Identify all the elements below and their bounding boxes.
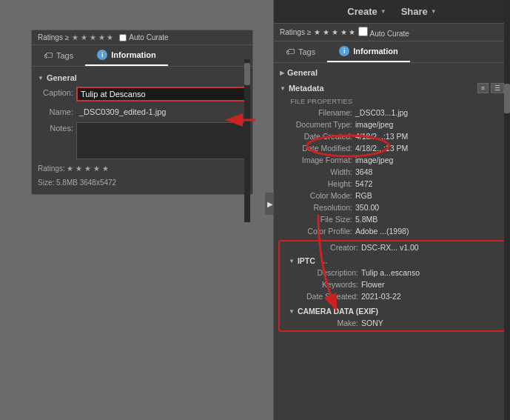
create-label: Create [347,6,377,17]
left-scroll-thumb[interactable] [244,63,250,85]
left-size-text: Size: 5.8MB 3648x5472 [38,179,116,187]
left-ratings-bar: Ratings ≥ ★ ★ ★ ★ ★ Auto Curate [32,30,252,45]
right-tab-information[interactable]: i Information [327,41,410,62]
right-general-triangle: ▶ [280,70,284,76]
left-notes-row: Notes: [32,120,252,161]
meta-label-filename: Filename: [286,108,352,117]
tag-icon: 🏷 [44,50,53,61]
meta-label-creator: Creator: [292,243,358,252]
meta-row-filesize: File Size: 5.8MB [274,213,510,225]
meta-row-doctype: Document Type: image/jpeg [274,119,510,130]
left-auto-curate-text: Auto Curate [129,33,168,41]
create-button[interactable]: Create ▼ [347,6,386,17]
right-auto-curate-label[interactable]: Auto Curate [358,27,409,38]
right-general-label: General [287,68,318,77]
right-general-header: ▶ General [274,66,510,79]
share-button[interactable]: Share ▼ [401,6,437,17]
meta-row-datecreated: Date Created: 4/18/2...:13 PM [274,130,510,142]
right-tab-information-label: Information [353,47,398,56]
right-header: Create ▼ Share ▼ [274,0,510,24]
iptc-section: ▼ IPTC ... Description: Tulip a...escans… [280,253,504,304]
meta-label-colorprofile: Color Profile: [286,227,352,236]
camera-data-header: ▼ CAMERA DATA (EXIF) [280,305,504,317]
right-panel: Create ▼ Share ▼ Ratings ≥ ★ ★ ★ ★ ★ Aut… [273,0,510,420]
meta-value-colorprofile: Adobe ...(1998) [355,227,504,236]
right-tab-tags[interactable]: 🏷 Tags [274,41,327,62]
meta-value-description: Tulip a...escanso [361,268,498,277]
meta-row-make: Make: SONY [280,317,504,329]
left-scrollbar[interactable] [244,59,250,222]
iptc-triangle: ▼ [289,258,295,264]
meta-label-doctype: Document Type: [286,120,352,129]
meta-tool-btn-1[interactable]: ≡ [477,83,489,93]
meta-value-imgformat: image/jpeg [355,156,504,164]
left-auto-curate-checkbox[interactable] [119,34,127,41]
share-dropdown-arrow: ▼ [431,8,437,15]
right-tabs-bar: 🏷 Tags i Information [274,41,510,63]
meta-row-creator: Creator: DSC-RX... v1.00 [280,241,504,253]
right-scrollbar[interactable] [504,0,510,420]
meta-label-width: Width: [286,167,352,176]
metadata-triangle: ▼ [280,85,286,92]
file-properties-label: FILE PROPERTIES [286,97,352,105]
iptc-dots: ... [321,257,327,265]
meta-label-description: Description: [292,268,358,277]
metadata-header: ▼ Metadata ≡ ☰ [274,81,510,96]
left-name-row: Name: _DSC0309_edited-1.jpg [32,104,252,120]
meta-value-filename: _DSC03...1.jpg [355,108,504,117]
left-notes-textarea[interactable] [76,122,246,159]
left-name-label: Name: [38,106,73,116]
meta-label-imgformat: Image Format: [286,156,352,164]
create-dropdown-arrow: ▼ [380,8,386,15]
left-caption-label: Caption: [38,87,73,97]
meta-value-datecreated: 4/18/2...:13 PM [355,132,504,141]
metadata-label: Metadata [289,84,324,93]
info-icon-left: i [97,50,107,60]
iptc-highlight-box: Creator: DSC-RX... v1.00 ▼ IPTC ... Desc… [278,240,506,332]
meta-value-resolution: 350.00 [355,203,504,212]
meta-value-filesize: 5.8MB [355,215,504,224]
left-notes-label: Notes: [38,122,73,133]
meta-value-datescreated: 2021-03-22 [361,292,498,301]
right-tab-tags-label: Tags [298,47,315,56]
right-scroll-thumb[interactable] [504,84,510,113]
meta-tool-btn-2[interactable]: ☰ [491,83,504,93]
meta-value-colormode: RGB [355,191,504,200]
meta-value-creator: DSC-RX... v1.00 [361,243,498,252]
left-tabs-bar: 🏷 Tags i Information [32,45,252,67]
meta-row-imgformat: Image Format: image/jpeg [274,154,510,166]
left-ratings-bottom-text: Ratings: ★ ★ ★ ★ ★ [38,164,109,173]
share-label: Share [401,6,428,17]
left-general-label: General [47,73,77,82]
right-stars: ★ ★ ★ ★ ★ [314,28,355,36]
right-tag-icon: 🏷 [286,47,295,57]
iptc-label: IPTC [298,256,315,265]
left-bottom-ratings: Ratings: ★ ★ ★ ★ ★ [32,161,252,176]
meta-value-doctype: image/jpeg [355,120,504,129]
metadata-tools: ≡ ☰ [477,83,504,93]
meta-row-width: Width: 3648 [274,166,510,178]
meta-row-description: Description: Tulip a...escanso [280,267,504,279]
metadata-section: ▼ Metadata ≡ ☰ FILE PROPERTIES Filename:… [274,79,510,239]
meta-label-keywords: Keywords: [292,280,358,289]
meta-value-width: 3648 [355,167,504,176]
right-panel-content: ▶ General ▼ Metadata ≡ ☰ FILE PROPERTIES… [274,63,510,394]
meta-label-height: Height: [286,179,352,188]
left-info-panel: Ratings ≥ ★ ★ ★ ★ ★ Auto Curate 🏷 Tags i… [31,30,253,195]
left-stars: ★ ★ ★ ★ ★ [72,33,113,41]
left-size-info: Size: 5.8MB 3648x5472 [32,176,252,190]
meta-label-datescreated: Date S...eated: [292,292,358,301]
left-general-header: ▼ General [32,71,252,84]
left-auto-curate-label[interactable]: Auto Curate [119,33,168,41]
left-name-value: _DSC0309_edited-1.jpg [76,106,246,118]
right-ratings-bar: Ratings ≥ ★ ★ ★ ★ ★ Auto Curate [274,24,510,41]
info-icon-right: i [339,46,349,56]
left-tab-information[interactable]: i Information [85,45,168,66]
right-ratings-label: Ratings ≥ [280,28,311,36]
right-auto-curate-checkbox[interactable] [358,27,368,36]
meta-label-datemod: Date Modified: [286,144,352,153]
left-caption-input[interactable] [76,87,246,101]
meta-value-make: SONY [361,319,498,327]
left-tab-tags[interactable]: 🏷 Tags [32,45,85,66]
left-ratings-label: Ratings ≥ [38,33,69,41]
